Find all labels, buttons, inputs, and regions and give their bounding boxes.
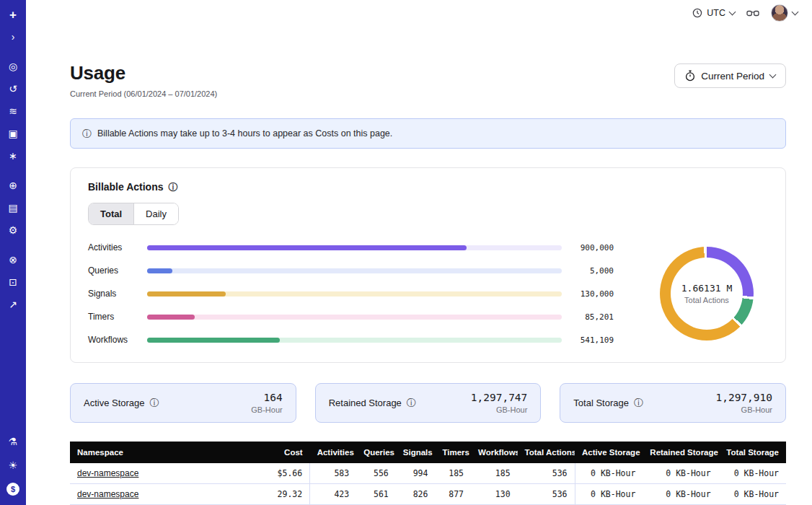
active-storage-unit: GB-Hour [251, 405, 282, 414]
glasses-icon [746, 9, 759, 18]
value-cell: 536 [518, 463, 575, 484]
billing-icon[interactable]: ▤ [4, 199, 22, 216]
value-cell: $5.66 [260, 463, 310, 484]
info-icon[interactable]: ⓘ [407, 398, 416, 408]
period-selector-button[interactable]: Current Period [674, 63, 786, 88]
column-header: Total Actions [518, 442, 575, 463]
column-header: Signals [396, 442, 436, 463]
table-body: dev-namespace$5.665835569941851855360 KB… [70, 463, 786, 505]
column-header: Active Storage [575, 442, 643, 463]
schedules-icon[interactable]: ≋ [4, 102, 22, 120]
sidebar: +›◎↺≋▣∗⊕▤⚙⊗⊡↗ ⚗☀$ [0, 0, 26, 505]
timezone-label: UTC [707, 8, 725, 18]
billable-view-tabs: Total Daily [88, 203, 179, 225]
bar-fill [147, 268, 172, 273]
support-icon[interactable]: ⊗ [4, 251, 22, 268]
tab-total[interactable]: Total [89, 203, 133, 224]
main-column: UTC Usage Current Period (06/01/2024 – [26, 0, 812, 505]
assist-button[interactable] [746, 9, 759, 18]
value-cell: 0 KB-Hour [643, 463, 718, 484]
page-title: Usage [70, 62, 217, 84]
topbar: UTC [26, 0, 812, 26]
total-storage-label: Total Storage [573, 398, 629, 408]
namespace-link[interactable]: dev-namespace [77, 468, 138, 478]
page-header: Usage Current Period (06/01/2024 – 07/01… [70, 62, 786, 98]
column-header: Workflows [471, 442, 518, 463]
docs-icon[interactable]: ⊡ [4, 273, 22, 291]
value-cell: 185 [471, 463, 518, 484]
chevron-down-icon [729, 8, 736, 15]
namespace-usage-table: NamespaceCostActivitiesQueriesSignalsTim… [70, 442, 786, 505]
info-banner-text: Billable Actions may take up to 3-4 hour… [97, 128, 392, 139]
bar-label: Timers [88, 312, 138, 322]
bar-value: 5,000 [570, 266, 614, 276]
bar-row-activities: Activities900,000 [88, 242, 614, 252]
namespaces-icon[interactable]: ◎ [4, 58, 22, 75]
donut-center: 1.66131 M Total Actions [671, 258, 743, 330]
chevron-down-icon [769, 71, 777, 78]
column-header: Queries [356, 442, 396, 463]
bar-row-workflows: Workflows541,109 [88, 335, 614, 345]
column-header: Namespace [70, 442, 260, 463]
temporal-logo-icon[interactable]: + [4, 6, 22, 23]
bar-row-timers: Timers85,201 [88, 312, 614, 322]
collapse-sidebar-icon[interactable]: › [4, 28, 22, 45]
sidebar-nav: +›◎↺≋▣∗⊕▤⚙⊗⊡↗ [4, 6, 22, 325]
labs-icon[interactable]: ⚗ [4, 433, 22, 450]
bar-fill [147, 338, 280, 343]
total-actions-label: Total Actions [684, 296, 729, 304]
bar-chart: Activities900,000Queries5,000Signals130,… [88, 242, 614, 345]
stopwatch-icon [685, 70, 695, 82]
bar-label: Activities [88, 242, 138, 252]
value-cell: 0 KB-Hour [575, 463, 643, 484]
column-header: Retained Storage [643, 442, 718, 463]
bar-label: Workflows [88, 335, 138, 345]
bar-fill [147, 245, 467, 250]
value-cell: 536 [518, 484, 575, 505]
retained-storage-value: 1,297,747 [471, 392, 528, 403]
settings-icon[interactable]: ⚙ [4, 221, 22, 239]
usage-icon[interactable]: ⊕ [4, 177, 22, 194]
info-icon[interactable]: ⓘ [169, 183, 178, 192]
value-cell: 583 [310, 463, 357, 484]
info-icon[interactable]: ⓘ [150, 398, 159, 408]
bar-row-queries: Queries5,000 [88, 265, 614, 276]
bar-label: Queries [88, 265, 138, 276]
value-cell: 0 KB-Hour [575, 484, 643, 505]
page-subtitle: Current Period (06/01/2024 – 07/01/2024) [70, 89, 217, 98]
bar-value: 130,000 [570, 289, 614, 299]
retained-storage-unit: GB-Hour [471, 405, 528, 414]
usage-page: Usage Current Period (06/01/2024 – 07/01… [26, 26, 812, 505]
column-header: Total Storage [718, 442, 786, 463]
workflows-icon[interactable]: ↺ [4, 80, 22, 97]
nexus-icon[interactable]: ∗ [4, 147, 22, 164]
period-selector-label: Current Period [701, 71, 764, 82]
value-cell: 0 KB-Hour [718, 484, 786, 505]
credits-icon[interactable]: $ [4, 480, 22, 498]
column-header: Activities [310, 442, 357, 463]
value-cell: 29.32 [260, 484, 310, 505]
bar-value: 541,109 [570, 335, 614, 345]
storage-stats: Active Storage ⓘ 164 GB-Hour Retained St… [70, 383, 786, 423]
active-storage-card: Active Storage ⓘ 164 GB-Hour [70, 383, 296, 423]
deployments-icon[interactable]: ▣ [4, 125, 22, 142]
sidebar-bottom: ⚗☀$ [4, 433, 22, 498]
user-menu[interactable] [771, 4, 798, 22]
bar-track [147, 291, 562, 297]
tab-daily[interactable]: Daily [133, 203, 178, 224]
theme-icon[interactable]: ☀ [4, 457, 22, 474]
bar-track [147, 315, 562, 320]
namespace-cell: dev-namespace [70, 463, 260, 484]
value-cell: 556 [356, 463, 396, 484]
timezone-selector[interactable]: UTC [692, 8, 735, 18]
value-cell: 561 [356, 484, 396, 505]
value-cell: 826 [396, 484, 436, 505]
feedback-icon[interactable]: ↗ [4, 296, 22, 313]
billable-actions-title: Billable Actions [88, 181, 164, 193]
info-icon[interactable]: ⓘ [634, 398, 643, 408]
active-storage-value: 164 [251, 392, 282, 403]
app-root: +›◎↺≋▣∗⊕▤⚙⊗⊡↗ ⚗☀$ UTC [0, 0, 812, 505]
bar-row-signals: Signals130,000 [88, 289, 614, 299]
namespace-link[interactable]: dev-namespace [77, 489, 138, 499]
chevron-down-icon [792, 8, 799, 15]
